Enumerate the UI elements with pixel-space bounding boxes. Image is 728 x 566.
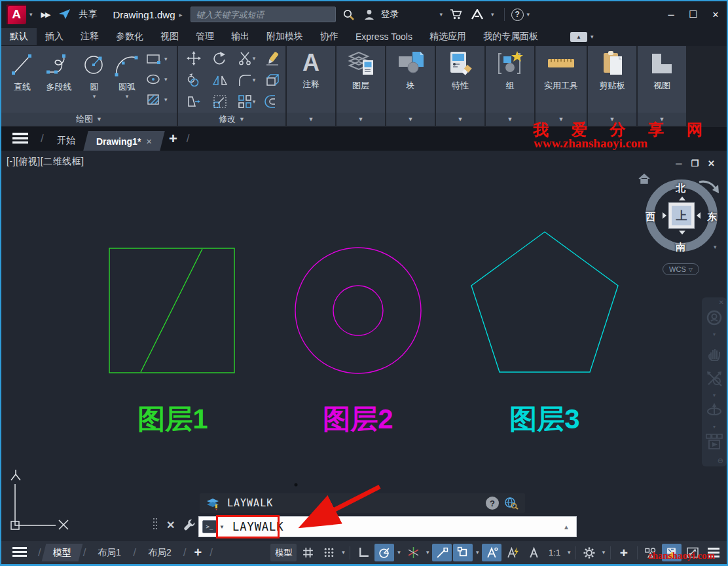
navbar-close-icon[interactable]: ✕ [719,299,724,306]
arc-tool[interactable]: 圆弧 ▾ [110,46,144,113]
grid-toggle[interactable] [298,544,318,561]
customization-plus-button[interactable]: + [614,544,634,561]
array-tool[interactable]: ▾ [237,94,256,109]
login-label[interactable]: 登录 [381,9,399,20]
steering-wheel-icon[interactable] [706,309,723,328]
draw-panel-footer[interactable]: 绘图▼ [1,113,177,126]
tab-close-icon[interactable]: × [146,136,152,147]
trim-dropdown-icon[interactable]: ▾ [253,55,256,62]
viewcube-west-label[interactable]: 西 [646,211,655,223]
viewcube-south-label[interactable]: 南 [676,241,685,254]
ribbon-tab-manage[interactable]: 管理 [187,28,223,45]
viewcube-menu-chevron-icon[interactable]: ▾ [714,244,717,250]
isodraft-toggle[interactable] [403,544,423,561]
ribbon-tab-addins[interactable]: 附加模块 [258,28,312,45]
viewcube-rotate-icon[interactable] [697,176,720,198]
ribbon-collapse-button[interactable]: ▲ [570,32,587,42]
ribbon-tab-insert[interactable]: 插入 [37,28,72,45]
annotation-visibility-toggle[interactable] [482,544,501,561]
rectangle-tool[interactable]: ▾ [145,52,168,66]
ribbon-tab-parametric[interactable]: 参数化 [107,28,152,45]
command-help-icon[interactable]: ? [486,497,499,510]
scale-tool[interactable] [212,94,228,109]
share-label[interactable]: 共享 [79,9,97,20]
customize-wrench-icon[interactable] [183,518,197,532]
panel-group[interactable]: 组 ▼ [486,46,534,126]
annotation-scale-icon[interactable] [524,544,543,561]
mirror-tool[interactable] [212,72,228,88]
scale-dropdown-icon[interactable]: ▼ [565,550,573,556]
help-icon[interactable]: ? [511,9,524,21]
model-tab[interactable]: 模型 [41,544,82,561]
fillet-dropdown-icon[interactable]: ▾ [253,77,256,83]
viewcube-west-arrow-icon[interactable] [663,212,666,219]
wheel-dropdown-icon[interactable]: ▾ [713,331,716,337]
copy-tool[interactable] [186,72,202,88]
group-dropdown-icon[interactable]: ▼ [507,116,513,123]
array-dropdown-icon[interactable]: ▾ [253,98,256,105]
ribbon-tab-express[interactable]: Express Tools [347,29,421,45]
ellipse-tool[interactable]: ▾ [145,72,168,86]
maximize-button[interactable]: ☐ [682,6,704,23]
viewcube-top-face[interactable]: 上 [668,202,695,229]
offset-tool[interactable] [264,94,280,109]
polyline-tool[interactable]: 多段线 [39,46,79,113]
layout2-tab[interactable]: 布局2 [137,544,183,561]
close-button[interactable]: ✕ [704,6,727,23]
panel-properties[interactable]: 特性 ▼ [436,46,484,126]
layers-dropdown-icon[interactable]: ▼ [358,116,364,123]
cad-entities[interactable]: 图层1 图层2 图层3 [1,151,727,541]
fillet-tool[interactable]: ▾ [237,72,256,88]
autodesk-app-icon[interactable] [471,9,484,20]
layout1-tab[interactable]: 布局1 [86,544,133,561]
osnap-dropdown-icon[interactable]: ▼ [473,550,481,556]
zoom-dropdown-icon[interactable]: ▾ [713,392,716,398]
showmotion-icon[interactable] [705,433,723,453]
model-space-toggle[interactable]: 模型 [270,544,297,561]
search-input[interactable] [191,7,336,22]
command-prompt-icon[interactable]: >_ [202,520,217,533]
workspace-gear-icon[interactable] [579,544,599,561]
trim-tool[interactable]: ▾ [237,50,256,66]
circle-tool[interactable]: 圆 ▾ [79,46,110,113]
panel-clipboard[interactable]: 剪贴板 ▼ [588,46,636,126]
navbar-collapse-icon[interactable]: ⊖ [718,457,723,465]
polar-dropdown-icon[interactable]: ▼ [395,550,403,556]
annotation-dropdown-icon[interactable]: ▼ [308,116,314,123]
stretch-tool[interactable] [186,94,202,109]
viewcube-east-label[interactable]: 东 [707,211,717,223]
ribbon-tab-home[interactable]: 默认 [1,28,37,45]
annotation-autoscale-toggle[interactable] [503,544,522,561]
panel-utilities[interactable]: 实用工具 ▼ [536,46,587,126]
erase-tool[interactable] [264,50,280,66]
ribbon-tab-annotate[interactable]: 注释 [72,28,107,45]
ortho-toggle[interactable] [354,544,373,561]
internet-search-icon[interactable] [504,497,519,510]
snap-dropdown-icon[interactable]: ▼ [339,550,347,556]
command-window-handle[interactable]: ✕ [153,518,197,532]
drawing-area[interactable]: [-][俯视][二维线框] ─ ❐ ✕ 图层1 图层2 图层3 [1,151,727,541]
ribbon-tab-custom[interactable]: 我的专属面板 [475,28,547,45]
layout-menu-icon[interactable] [12,546,27,559]
ribbon-tab-featured[interactable]: 精选应用 [421,28,475,45]
new-layout-button[interactable]: + [194,545,202,560]
block-dropdown-icon[interactable]: ▼ [408,116,414,123]
wcs-dropdown[interactable]: WCS▽ [663,263,699,275]
cart-icon[interactable] [450,9,463,20]
command-tooltip[interactable]: LAYWALK ? [200,493,525,513]
command-close-icon[interactable]: ✕ [166,519,175,531]
autodesk-chevron-icon[interactable]: ▾ [491,11,494,18]
object-snap-tracking-toggle[interactable] [432,544,452,561]
explode-tool[interactable] [264,72,280,88]
layer2-label[interactable]: 图层2 [323,404,393,434]
login-chevron-icon[interactable]: ▾ [440,11,443,18]
file-tabs-menu-icon[interactable] [12,132,29,146]
viewcube-home-icon[interactable] [638,173,651,185]
app-menu-chevron-icon[interactable]: ▾ [29,11,33,18]
viewcube-east-arrow-icon[interactable] [697,212,701,219]
command-input-text[interactable]: LAYWALK [232,520,563,533]
line-tool[interactable]: 直线 [5,46,39,113]
ribbon-tab-output[interactable]: 输出 [223,28,258,45]
hatch-tool[interactable]: ▾ [145,92,168,107]
pan-hand-icon[interactable] [706,346,722,364]
